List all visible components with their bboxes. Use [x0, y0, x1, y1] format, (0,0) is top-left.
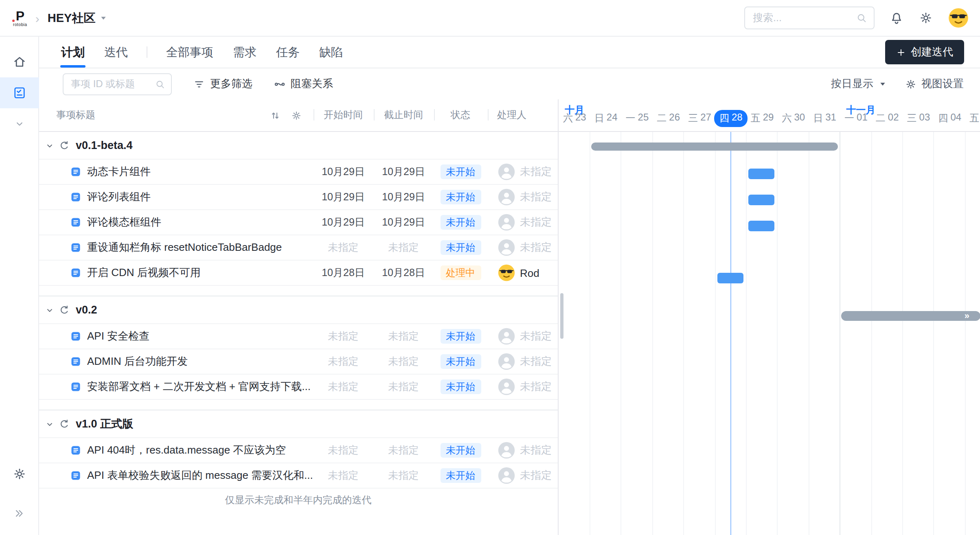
gantt-day[interactable]: 四04 — [933, 110, 965, 127]
issue-row[interactable]: 重设通知栏角标 resetNoticeTabBarBadge未指定未指定未开始未… — [39, 235, 557, 261]
topbar-right — [744, 7, 969, 29]
more-filters-label: 更多筛选 — [210, 77, 252, 91]
issue-title: API 安全检查 — [87, 329, 149, 344]
gantt-day[interactable]: 二02 — [871, 110, 902, 127]
gantt-gridline — [965, 132, 965, 535]
sidebar-settings-button[interactable] — [0, 458, 39, 489]
gantt-day[interactable]: 五05 — [965, 110, 980, 127]
iteration-name: v0.2 — [76, 304, 97, 316]
gantt-issue-bar[interactable] — [748, 168, 775, 179]
gantt-day[interactable]: 日31 — [808, 110, 840, 127]
create-iteration-button[interactable]: 创建迭代 — [885, 40, 964, 64]
gantt-day[interactable]: 三27 — [683, 110, 715, 127]
display-mode-dropdown[interactable]: 按日显示 — [831, 77, 886, 91]
gantt-day[interactable]: 六23 — [558, 110, 590, 127]
gantt-issue-bar[interactable] — [717, 272, 743, 283]
sidebar-item-plan-board[interactable] — [0, 77, 39, 108]
status-badge: 未开始 — [440, 468, 481, 483]
gantt-day[interactable]: 三03 — [902, 110, 934, 127]
issue-row[interactable]: API 安全检查未指定未指定未开始未指定 — [39, 324, 557, 349]
iteration-header-row[interactable]: v0.1-beta.4 — [39, 132, 557, 160]
sidebar-item-home[interactable] — [0, 46, 39, 77]
gantt-day[interactable]: 日24 — [590, 110, 621, 127]
column-status: 状态 — [434, 108, 487, 122]
logo-mark: P — [16, 9, 24, 22]
topbar-left: P rotobia › HEY社区 — [13, 9, 107, 26]
settings-button[interactable] — [918, 11, 933, 25]
start-date-cell: 10月29日 — [313, 215, 373, 229]
gantt-iteration-bar[interactable]: » — [841, 311, 980, 321]
assignee-name: 未指定 — [520, 379, 552, 394]
gantt-day-labels: 六23日24一25二26三27四28五29六30日31一01二02三03四04五… — [558, 110, 980, 127]
status-badge: 未开始 — [440, 354, 481, 369]
issue-row[interactable]: ADMIN 后台功能开发未指定未指定未开始未指定 — [39, 349, 557, 375]
table-header: 事项标题 开始时间 截止时间 状态 处理人 — [39, 99, 557, 132]
sidebar-more-chevron-icon[interactable] — [0, 108, 39, 139]
issue-type-icon — [70, 381, 81, 392]
sidebar-expand-icon[interactable] — [0, 498, 39, 528]
row-order-icon[interactable] — [269, 110, 281, 121]
tab-任务[interactable]: 任务 — [275, 37, 300, 68]
issue-rows: v0.1-beta.4动态卡片组件10月29日10月29日未开始未指定评论列表组… — [39, 132, 557, 489]
block-relation-icon — [274, 78, 286, 90]
unassigned-avatar-icon — [497, 441, 515, 459]
tab-全部事项[interactable]: 全部事项 — [165, 37, 214, 68]
start-date-cell: 未指定 — [313, 241, 373, 254]
tab-需求[interactable]: 需求 — [232, 37, 257, 68]
user-avatar[interactable] — [947, 7, 969, 29]
gantt-gridline — [683, 132, 684, 535]
assignee-cell: Rod — [487, 264, 557, 282]
workspace-switcher[interactable]: HEY社区 — [48, 10, 108, 26]
issue-row[interactable]: API 表单校验失败返回的 message 需要汉化和...未指定未指定未开始未… — [39, 463, 557, 489]
gantt-day[interactable]: 五29 — [746, 110, 777, 127]
global-search-input[interactable] — [753, 12, 855, 24]
iteration-header-row[interactable]: v1.0 正式版 — [39, 410, 557, 438]
chevron-down-icon — [878, 80, 886, 88]
gear-icon — [904, 78, 916, 90]
gantt-day[interactable]: 二26 — [652, 110, 683, 127]
tab-计划[interactable]: 计划 — [60, 37, 86, 68]
gantt-day-today[interactable]: 四28 — [715, 110, 746, 127]
assignee-name: 未指定 — [520, 329, 552, 344]
scrollbar-thumb[interactable] — [560, 293, 563, 339]
plus-icon — [895, 47, 906, 57]
gantt-issue-bar[interactable] — [748, 194, 775, 205]
view-settings-button[interactable]: 视图设置 — [904, 77, 964, 91]
issue-title-cell: 开启 CDN 后视频不可用 — [39, 265, 313, 280]
collapse-chevron-icon[interactable] — [45, 140, 55, 150]
view-settings-label: 视图设置 — [921, 77, 964, 91]
issue-row[interactable]: 评论模态框组件10月29日10月29日未开始未指定 — [39, 210, 557, 235]
gantt-issue-bar[interactable] — [748, 220, 775, 231]
block-relation-button[interactable]: 阻塞关系 — [274, 77, 333, 91]
work-area: 事项标题 开始时间 截止时间 状态 处理人 v0.1-beta.4动态卡片组件1… — [39, 99, 980, 535]
gantt-day[interactable]: 一01 — [840, 110, 871, 127]
issue-row[interactable]: API 404时，res.data.message 不应该为空未指定未指定未开始… — [39, 438, 557, 463]
start-date-cell: 未指定 — [313, 380, 373, 394]
more-filters-button[interactable]: 更多筛选 — [193, 77, 252, 91]
gantt-gridline — [902, 132, 903, 535]
issue-row[interactable]: 评论列表组件10月29日10月29日未开始未指定 — [39, 185, 557, 210]
issue-row[interactable]: 动态卡片组件10月29日10月29日未开始未指定 — [39, 160, 557, 185]
table-footer-note: 仅显示未完成和半年内完成的迭代 — [39, 493, 557, 507]
notifications-button[interactable] — [889, 11, 903, 25]
issue-title-cell: API 表单校验失败返回的 message 需要汉化和... — [39, 468, 313, 483]
collapse-chevron-icon[interactable] — [45, 305, 55, 315]
content: 计划迭代全部事项需求任务缺陷 创建迭代 更多筛选 阻塞关系 — [39, 37, 980, 535]
tab-缺陷[interactable]: 缺陷 — [318, 37, 344, 68]
iteration-header-row[interactable]: v0.2 — [39, 296, 557, 324]
tab-迭代[interactable]: 迭代 — [103, 37, 129, 68]
gantt-iteration-bar[interactable] — [591, 143, 838, 151]
issue-row[interactable]: 开启 CDN 后视频不可用10月28日10月28日处理中Rod — [39, 261, 557, 286]
start-date-cell: 未指定 — [313, 355, 373, 368]
gantt-day[interactable]: 一25 — [621, 110, 652, 127]
issue-filter-input[interactable] — [71, 78, 155, 90]
end-date-cell: 10月29日 — [373, 165, 434, 179]
assignee-cell: 未指定 — [487, 163, 557, 181]
collapse-chevron-icon[interactable] — [45, 419, 55, 429]
issue-row[interactable]: 安装部署文档 + 二次开发文档 + 官网支持下载...未指定未指定未开始未指定 — [39, 375, 557, 400]
filter-bar-right: 按日显示 视图设置 — [831, 77, 964, 91]
gantt-day[interactable]: 六30 — [777, 110, 808, 127]
column-settings-icon[interactable] — [290, 110, 302, 121]
app-logo[interactable]: P rotobia — [13, 9, 27, 26]
column-title-label: 事项标题 — [56, 108, 95, 122]
